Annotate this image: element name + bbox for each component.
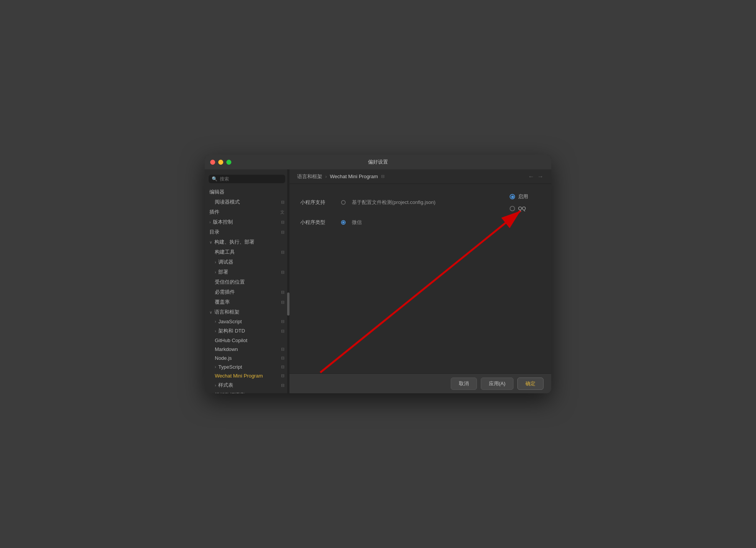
search-input[interactable]: [220, 176, 282, 182]
sidebar-item-catalog[interactable]: 目录 ⊟: [205, 227, 289, 237]
chevron-right-icon: ›: [215, 365, 216, 369]
sidebar-item-version-control[interactable]: › 版本控制 ⊟: [205, 217, 289, 227]
annotation-arrows: [289, 184, 551, 373]
radio-enable[interactable]: [510, 194, 515, 199]
radio-qq-label: QQ: [518, 206, 526, 211]
sidebar-item-build-tools[interactable]: 构建工具 ⊟: [205, 247, 289, 257]
badge-icon: ⊟: [281, 364, 284, 369]
navigation-arrows: ← →: [528, 173, 544, 180]
window-title: 偏好设置: [368, 159, 388, 165]
chevron-right-icon: ›: [215, 260, 216, 264]
cancel-button[interactable]: 取消: [451, 378, 477, 390]
chevron-down-icon: ∨: [209, 310, 212, 314]
radio-qq[interactable]: [510, 206, 515, 211]
sidebar-item-label: GitHub Copilot: [215, 337, 248, 343]
main-content: 🔍 编辑器 阅读器模式 ⊟ 插件 文 › 版本: [205, 169, 551, 393]
badge-icon: ⊟: [281, 383, 284, 388]
sidebar-item-required-plugins[interactable]: 必需插件 ⊟: [205, 287, 289, 297]
badge-icon: ⊟: [281, 329, 284, 334]
sidebar-item-label: 调试器: [218, 259, 233, 266]
search-icon: 🔍: [212, 176, 217, 182]
badge-icon: ⊟: [281, 300, 284, 305]
sidebar-item-coverage[interactable]: 覆盖率 ⊟: [205, 297, 289, 307]
sidebar-item-label: 插件: [209, 209, 219, 216]
sidebar-item-debugger[interactable]: › 调试器: [205, 257, 289, 267]
sidebar-item-build-run-deploy[interactable]: ∨ 构建、执行、部署: [205, 237, 289, 247]
sidebar-item-label: Wechat Mini Program: [215, 373, 263, 379]
radio-item-qq[interactable]: QQ: [510, 206, 540, 211]
sidebar-item-label: 架构和 DTD: [218, 327, 245, 334]
sidebar-item-stylesheets[interactable]: › 样式表 ⊟: [205, 380, 289, 390]
chevron-right-icon: ›: [215, 329, 216, 333]
sidebar-item-deploy[interactable]: › 部署 ⊟: [205, 267, 289, 277]
sidebar: 🔍 编辑器 阅读器模式 ⊟ 插件 文 › 版本: [205, 169, 289, 393]
breadcrumb-separator: ›: [325, 174, 327, 179]
confirm-button[interactable]: 确定: [517, 378, 544, 390]
forward-arrow[interactable]: →: [537, 173, 544, 180]
breadcrumb-icon: ⊟: [381, 174, 385, 179]
breadcrumb-current: Wechat Mini Program: [330, 174, 378, 179]
apply-button[interactable]: 应用(A): [481, 378, 513, 390]
search-area: 🔍: [205, 172, 289, 187]
sidebar-item-wechat-mini-program[interactable]: Wechat Mini Program ⊟: [205, 371, 289, 380]
sidebar-item-label: Markdown: [215, 346, 238, 352]
preferences-window: 偏好设置 🔍 编辑器 阅读器模式 ⊟: [205, 155, 551, 393]
badge-icon: ⊟: [281, 319, 284, 324]
sidebar-item-label: 目录: [209, 229, 219, 236]
traffic-lights: [210, 160, 231, 165]
badge-icon: ⊟: [281, 230, 284, 235]
sidebar-item-markdown[interactable]: Markdown ⊟: [205, 345, 289, 354]
svg-line-1: [320, 211, 520, 373]
sidebar-item-languages-frameworks[interactable]: ∨ 语言和框架: [205, 307, 289, 317]
badge-icon: ⊟: [281, 250, 284, 255]
sidebar-item-plugins[interactable]: 插件 文: [205, 207, 289, 217]
sidebar-item-label: 版本控制: [213, 219, 233, 226]
radio-button-wechat[interactable]: [341, 220, 346, 225]
badge-icon: ⊟: [281, 220, 284, 225]
sidebar-item-label: 语言和框架: [214, 309, 239, 316]
badge-icon: 文: [280, 209, 284, 215]
sidebar-item-label: Node.js: [215, 355, 232, 361]
close-button[interactable]: [210, 160, 215, 165]
minimize-button[interactable]: [218, 160, 223, 165]
radio-item-enable[interactable]: 启用: [510, 193, 540, 200]
badge-icon: ⊟: [281, 290, 284, 295]
breadcrumb-header: 语言和框架 › Wechat Mini Program ⊟ ← →: [289, 169, 551, 184]
sidebar-item-label: 部署: [218, 269, 228, 276]
sidebar-item-github-copilot[interactable]: GitHub Copilot: [205, 336, 289, 345]
sidebar-item-trusted-locations[interactable]: 受信任的位置: [205, 277, 289, 287]
sidebar-item-label: 覆盖率: [215, 299, 230, 306]
setting-desc: 微信: [352, 219, 540, 226]
sidebar-container: 🔍 编辑器 阅读器模式 ⊟ 插件 文 › 版本: [205, 169, 289, 393]
sidebar-item-template-data-lang[interactable]: 模板数据语言 ⊟: [205, 390, 289, 393]
sidebar-item-reader-mode[interactable]: 阅读器模式 ⊟: [205, 197, 289, 207]
setting-desc: 基于配置文件检测(project.config.json): [352, 199, 503, 206]
badge-icon: ⊟: [281, 393, 284, 394]
radio-button-config-detect[interactable]: [341, 200, 346, 205]
sidebar-item-label: 编辑器: [209, 189, 224, 195]
chevron-down-icon: ∨: [209, 240, 212, 244]
sidebar-item-schema-dtd[interactable]: › 架构和 DTD ⊟: [205, 326, 289, 336]
breadcrumb-parent: 语言和框架: [297, 173, 322, 180]
sidebar-item-editor[interactable]: 编辑器: [205, 187, 289, 197]
sidebar-item-label: 受信任的位置: [215, 279, 245, 286]
sidebar-item-javascript[interactable]: › JavaScript ⊟: [205, 317, 289, 326]
titlebar: 偏好设置: [205, 155, 551, 169]
search-box[interactable]: 🔍: [209, 175, 285, 183]
sidebar-item-label: JavaScript: [218, 319, 242, 324]
chevron-right-icon: ›: [209, 220, 211, 224]
maximize-button[interactable]: [226, 160, 231, 165]
settings-content: 小程序支持 基于配置文件检测(project.config.json) 启用 Q…: [289, 184, 551, 373]
setting-label: 小程序类型: [300, 219, 335, 226]
badge-icon: ⊟: [281, 270, 284, 275]
badge-icon: ⊟: [281, 200, 284, 205]
footer: 取消 应用(A) 确定: [289, 373, 551, 393]
badge-icon: ⊟: [281, 373, 284, 378]
sidebar-item-typescript[interactable]: › TypeScript ⊟: [205, 363, 289, 371]
setting-label: 小程序支持: [300, 199, 335, 206]
badge-icon: ⊟: [281, 356, 284, 361]
sidebar-item-nodejs[interactable]: Node.js ⊟: [205, 354, 289, 363]
sidebar-item-label: 构建、执行、部署: [214, 239, 254, 246]
sidebar-item-label: 构建工具: [215, 249, 235, 256]
back-arrow[interactable]: ←: [528, 173, 534, 180]
